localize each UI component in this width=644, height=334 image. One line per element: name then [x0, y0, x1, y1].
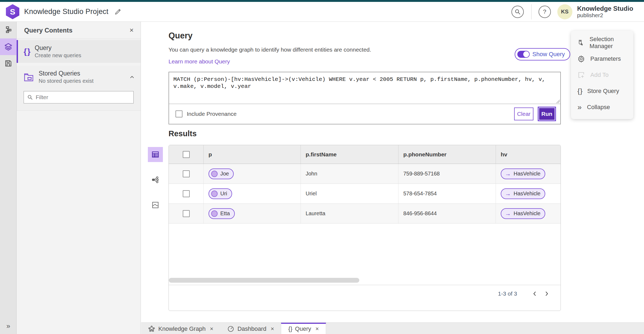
row-checkbox[interactable]	[183, 190, 190, 197]
column-header-p[interactable]: p	[204, 145, 301, 164]
query-toolbar: Include Provenance Clear Run	[169, 104, 560, 124]
show-query-toggle[interactable]: Show Query	[515, 48, 570, 60]
add-to-item: Add To	[571, 67, 633, 83]
tab-label: Dashboard	[237, 325, 266, 332]
resize-handle[interactable]	[556, 99, 560, 103]
action-label: Selection Manager	[590, 36, 633, 50]
user-role: publisher2	[577, 12, 633, 19]
action-label: Parameters	[590, 55, 621, 62]
arrow-right-icon: →	[505, 170, 511, 177]
relationship-pill[interactable]: →HasVehicle	[501, 168, 545, 179]
table-row[interactable]: UriUriel578-654-7854→HasVehicle	[169, 184, 561, 204]
column-header-phonenumber[interactable]: p.phoneNumber	[398, 145, 496, 164]
query-editor-box: MATCH (p:Person)-[hv:HasVehicle]->(v:Veh…	[169, 72, 561, 124]
cell-firstname: Uriel	[301, 184, 398, 203]
table-row[interactable]: EttaLauretta846-956-8644→HasVehicle	[169, 204, 561, 224]
tab-label: Knowledge Graph	[158, 325, 206, 332]
results-table: p p.firstName p.phoneNumber hv JoeJohn75…	[169, 145, 561, 311]
next-page-icon[interactable]	[541, 288, 552, 300]
knowledge-graph-icon	[148, 325, 155, 332]
panel-title: Query Contents	[24, 27, 72, 34]
row-checkbox[interactable]	[183, 170, 190, 177]
cell-firstname: Lauretta	[301, 204, 398, 223]
horizontal-scrollbar-thumb[interactable]	[169, 278, 359, 283]
arrow-right-icon: →	[505, 210, 511, 217]
top-teal-strip	[0, 0, 644, 2]
arrow-right-icon: →	[505, 190, 511, 197]
parameters-item[interactable]: Parameters	[571, 51, 633, 67]
app-header: S Knowledge Studio Project ? KS Knowledg…	[0, 2, 644, 22]
entity-pill[interactable]: Etta	[208, 208, 235, 219]
project-title: Knowledge Studio Project	[24, 8, 108, 16]
close-tab-icon[interactable]: ×	[271, 325, 274, 332]
parameters-gear-icon	[577, 55, 585, 63]
query-text-input[interactable]: MATCH (p:Person)-[hv:HasVehicle]->(v:Veh…	[169, 72, 560, 104]
map-view-icon[interactable]	[148, 197, 163, 213]
relationship-label: HasVehicle	[514, 210, 540, 217]
cell-phonenumber: 578-654-7854	[398, 184, 496, 203]
pagination-range: 1-3 of 3	[498, 290, 517, 297]
tab-dashboard[interactable]: Dashboard ×	[220, 323, 281, 334]
query-contents-panel: Query Contents × { } Query Create new qu…	[17, 22, 141, 334]
column-header-hv[interactable]: hv	[496, 145, 561, 164]
entity-label: Joe	[220, 171, 229, 177]
help-icon[interactable]: ?	[539, 6, 551, 18]
app-logo-icon[interactable]: S	[6, 4, 19, 19]
cell-phonenumber: 759-889-57168	[398, 164, 496, 184]
learn-more-link[interactable]: Learn more about Query	[169, 58, 230, 65]
relationship-pill[interactable]: →HasVehicle	[501, 188, 545, 199]
header-actions: ? KS Knowledge Studio publisher2	[511, 2, 644, 21]
results-view-switcher	[148, 147, 163, 223]
row-checkbox[interactable]	[183, 210, 190, 217]
avatar[interactable]: KS	[557, 4, 572, 19]
table-pagination: 1-3 of 3	[169, 285, 561, 302]
entity-dot-icon	[211, 171, 218, 177]
relationship-pill[interactable]: →HasVehicle	[501, 208, 545, 219]
search-icon[interactable]	[511, 6, 524, 18]
left-rail: »	[0, 22, 17, 334]
selection-manager-item[interactable]: Selection Manager	[571, 35, 633, 51]
data-model-icon[interactable]	[0, 22, 17, 38]
knowledge-studio-app: S Knowledge Studio Project ? KS Knowledg…	[0, 0, 644, 334]
include-provenance-label: Include Provenance	[187, 111, 237, 117]
item-title: Query	[35, 44, 81, 52]
entity-pill[interactable]: Joe	[208, 168, 234, 179]
toggle-switch[interactable]	[517, 51, 530, 58]
tab-query[interactable]: { } Query ×	[281, 323, 326, 334]
entity-label: Uri	[220, 191, 227, 197]
action-label: Add To	[590, 71, 609, 78]
tab-knowledge-graph[interactable]: Knowledge Graph ×	[141, 323, 220, 334]
include-provenance-checkbox[interactable]	[175, 110, 182, 117]
entity-dot-icon	[211, 191, 218, 197]
table-view-icon[interactable]	[148, 147, 163, 162]
select-all-checkbox[interactable]	[183, 151, 190, 158]
layers-icon[interactable]	[0, 38, 17, 55]
close-panel-icon[interactable]: ×	[130, 26, 134, 34]
entity-pill[interactable]: Uri	[208, 188, 232, 199]
show-query-label: Show Query	[532, 51, 565, 58]
panel-item-stored-queries[interactable]: Stored Queries No stored queries exist	[17, 66, 141, 88]
close-tab-icon[interactable]: ×	[316, 325, 319, 332]
panel-item-query[interactable]: { } Query Create new queries	[17, 40, 141, 63]
query-braces-icon: { }	[288, 325, 292, 332]
collapse-section-icon[interactable]	[129, 74, 135, 80]
table-row[interactable]: JoeJohn759-889-57168→HasVehicle	[169, 164, 561, 184]
save-icon[interactable]	[0, 55, 17, 72]
close-tab-icon[interactable]: ×	[210, 325, 213, 332]
collapse-item[interactable]: » Collapse	[571, 99, 633, 115]
filter-input[interactable]	[36, 94, 127, 100]
store-query-item[interactable]: { } Store Query	[571, 83, 633, 99]
expand-rail-icon[interactable]: »	[0, 322, 17, 330]
item-title: Stored Queries	[39, 70, 94, 77]
bottom-tab-strip: Knowledge Graph × Dashboard × { } Query …	[141, 322, 644, 334]
query-page-title: Query	[169, 31, 193, 41]
link-chart-view-icon[interactable]	[148, 172, 163, 187]
previous-page-icon[interactable]	[529, 288, 541, 300]
filter-field[interactable]	[24, 91, 134, 103]
run-button[interactable]: Run	[539, 108, 555, 120]
column-header-firstname[interactable]: p.firstName	[301, 145, 398, 164]
user-info[interactable]: Knowledge Studio publisher2	[577, 5, 633, 19]
edit-title-icon[interactable]	[114, 8, 121, 15]
clear-button[interactable]: Clear	[514, 107, 533, 120]
add-to-icon	[577, 71, 585, 79]
